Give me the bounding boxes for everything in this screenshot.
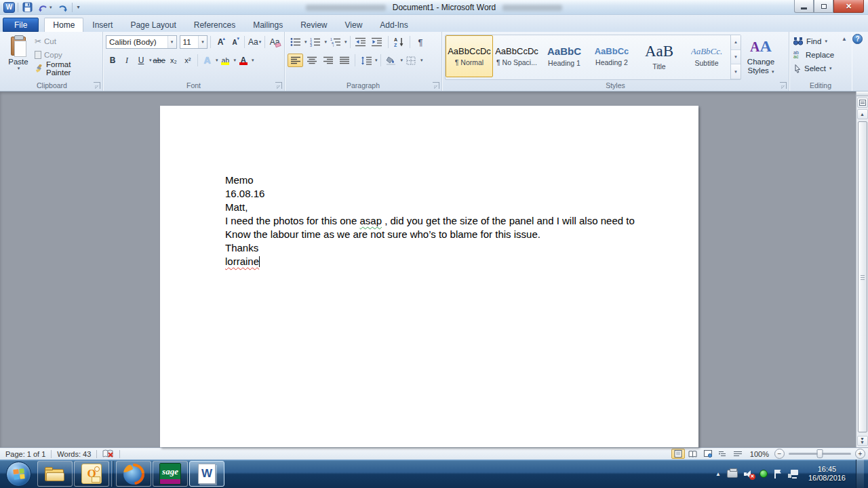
clipboard-dialog-launcher[interactable] xyxy=(94,82,100,89)
shrink-font-button[interactable]: A▼ xyxy=(228,35,241,49)
close-button[interactable]: ✕ xyxy=(833,0,864,13)
font-color-dropdown-arrow[interactable]: ▾ xyxy=(252,58,254,63)
style-subtitle[interactable]: AaBbCc. Subtitle xyxy=(683,35,730,77)
tab-page-layout[interactable]: Page Layout xyxy=(121,18,184,32)
highlight-dropdown-arrow[interactable]: ▾ xyxy=(233,58,236,63)
ruler-toggle-button[interactable] xyxy=(857,98,868,108)
copy-button[interactable]: Copy xyxy=(33,49,100,61)
justify-button[interactable] xyxy=(336,54,352,67)
font-color-button[interactable]: A xyxy=(237,54,250,67)
scroll-up-button[interactable]: ▲ xyxy=(857,109,868,119)
zoom-out-button[interactable]: − xyxy=(774,449,785,459)
borders-button[interactable] xyxy=(403,54,419,67)
multilevel-list-button[interactable]: 1ai xyxy=(328,35,343,49)
styles-dialog-launcher[interactable] xyxy=(780,82,787,89)
tab-file[interactable]: File xyxy=(3,18,39,32)
clear-formatting-button[interactable]: Aa xyxy=(268,35,281,49)
scrollbar-thumb[interactable] xyxy=(858,121,867,432)
taskbar-sage-button[interactable]: sage xyxy=(153,461,188,487)
vertical-scrollbar[interactable]: ▲ ▼▼ xyxy=(856,92,868,447)
grow-font-button[interactable]: A▲ xyxy=(214,35,227,49)
format-painter-button[interactable]: Format Painter xyxy=(33,62,100,75)
numbering-dropdown-arrow[interactable]: ▾ xyxy=(325,39,328,45)
select-button[interactable]: Select▾ xyxy=(792,62,849,75)
style-normal[interactable]: AaBbCcDc ¶ Normal xyxy=(446,35,493,77)
minimize-ribbon-button[interactable]: ▲ xyxy=(842,36,847,42)
shading-button[interactable] xyxy=(384,54,399,67)
shading-dropdown-arrow[interactable]: ▾ xyxy=(401,58,403,63)
presence-status-icon[interactable] xyxy=(760,470,768,478)
tab-insert[interactable]: Insert xyxy=(83,18,121,32)
taskbar-word-button[interactable]: W xyxy=(189,461,224,487)
numbering-button[interactable]: 123 xyxy=(308,35,323,49)
fullscreen-reading-view-button[interactable] xyxy=(686,449,700,459)
tab-review[interactable]: Review xyxy=(292,18,336,32)
help-button[interactable]: ? xyxy=(852,34,863,44)
find-button[interactable]: Find▾ xyxy=(792,35,849,47)
tab-view[interactable]: View xyxy=(336,18,372,32)
tab-add-ins[interactable]: Add-Ins xyxy=(371,18,416,32)
increase-indent-button[interactable] xyxy=(370,35,385,49)
cut-button[interactable]: ✂Cut xyxy=(33,35,100,47)
taskbar-clock[interactable]: 16:45 16/08/2016 xyxy=(804,465,850,483)
undo-button[interactable]: ▾ xyxy=(37,1,54,14)
page-count-status[interactable]: Page: 1 of 1 xyxy=(0,448,51,460)
redo-button[interactable] xyxy=(56,1,69,14)
print-layout-view-button[interactable] xyxy=(671,449,685,459)
minimize-button[interactable] xyxy=(794,0,814,13)
action-center-flag-icon[interactable] xyxy=(774,470,782,479)
zoom-level-label[interactable]: 100% xyxy=(746,450,773,458)
style-heading-1[interactable]: AaBbC Heading 1 xyxy=(540,35,588,77)
paste-button[interactable]: Paste ▾ xyxy=(4,34,33,80)
document-page[interactable]: Memo 16.08.16 Matt, I need the photos fo… xyxy=(160,106,698,447)
next-page-button[interactable]: ▼▼ xyxy=(857,436,868,446)
outline-view-button[interactable] xyxy=(716,449,730,459)
proofing-status-button[interactable] xyxy=(97,448,119,460)
tab-mailings[interactable]: Mailings xyxy=(244,18,292,32)
style-heading-2[interactable]: AaBbCc Heading 2 xyxy=(588,35,635,77)
taskbar-outlook-button[interactable]: O xyxy=(74,461,109,487)
subscript-button[interactable]: x₂ xyxy=(167,54,180,67)
zoom-in-button[interactable]: + xyxy=(855,449,865,459)
gallery-scroll-down-button[interactable]: ▼ xyxy=(731,50,741,65)
line-spacing-button[interactable] xyxy=(358,54,374,67)
line-spacing-dropdown-arrow[interactable]: ▾ xyxy=(375,58,378,63)
show-hide-marks-button[interactable]: ¶ xyxy=(413,35,429,49)
start-button[interactable] xyxy=(6,462,31,487)
customize-qat-button[interactable]: ▾ xyxy=(75,1,81,14)
printer-tray-icon[interactable] xyxy=(727,470,738,478)
decrease-indent-button[interactable] xyxy=(353,35,369,49)
align-center-button[interactable] xyxy=(304,54,319,67)
multilevel-dropdown-arrow[interactable]: ▾ xyxy=(344,39,347,45)
gallery-scroll-up-button[interactable]: ▲ xyxy=(731,35,741,50)
web-layout-view-button[interactable] xyxy=(701,449,715,459)
paragraph-dialog-launcher[interactable] xyxy=(433,82,439,89)
bullets-button[interactable] xyxy=(288,35,303,49)
font-dialog-launcher[interactable] xyxy=(275,82,282,89)
align-left-button[interactable] xyxy=(288,54,303,67)
restore-button[interactable] xyxy=(814,0,833,13)
font-size-combobox[interactable]: 11▾ xyxy=(180,35,208,49)
replace-button[interactable]: ab ac Replace xyxy=(792,49,849,61)
align-right-button[interactable] xyxy=(320,54,336,67)
save-button[interactable] xyxy=(21,1,34,14)
superscript-button[interactable]: x² xyxy=(181,54,195,67)
bold-button[interactable]: B xyxy=(106,54,119,67)
zoom-slider-thumb[interactable] xyxy=(817,449,823,458)
word-count-status[interactable]: Words: 43 xyxy=(52,448,96,460)
zoom-slider[interactable] xyxy=(789,453,851,455)
underline-button[interactable]: U xyxy=(134,54,148,67)
font-name-combobox[interactable]: Calibri (Body)▾ xyxy=(106,35,177,49)
text-effects-dropdown-arrow[interactable]: ▾ xyxy=(216,58,218,63)
volume-muted-icon[interactable]: ✕ xyxy=(744,470,753,479)
change-styles-button[interactable]: AA Change Styles ▾ xyxy=(741,34,781,80)
taskbar-explorer-button[interactable] xyxy=(37,461,73,487)
change-case-button[interactable]: Aa▾ xyxy=(248,35,262,49)
text-effects-button[interactable]: A xyxy=(201,54,214,67)
network-icon[interactable] xyxy=(788,470,798,479)
bullets-dropdown-arrow[interactable]: ▾ xyxy=(304,39,307,45)
strikethrough-button[interactable]: abe xyxy=(153,54,166,67)
gallery-more-button[interactable]: ▼ xyxy=(731,64,741,79)
word-app-icon[interactable]: W xyxy=(3,2,15,13)
underline-dropdown-arrow[interactable]: ▾ xyxy=(149,58,152,63)
